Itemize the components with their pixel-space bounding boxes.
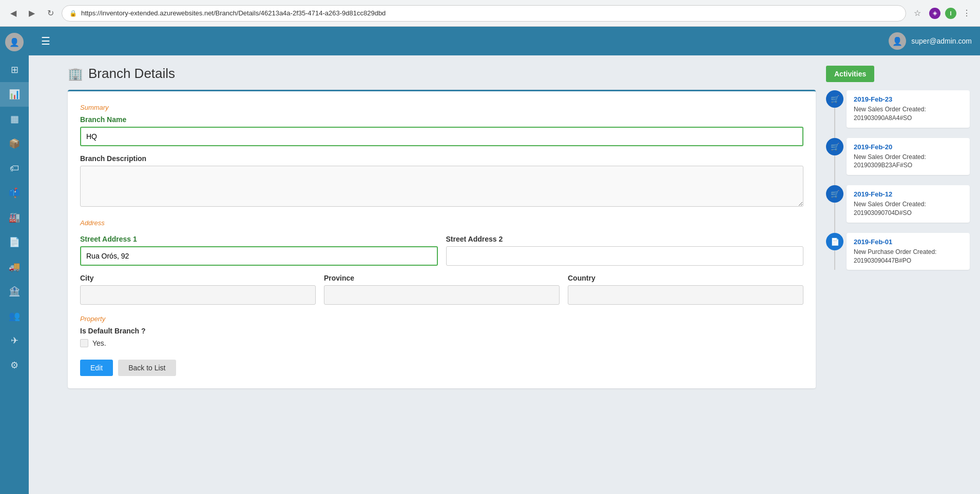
sidebar-item-building[interactable]: 🏭 bbox=[0, 205, 29, 230]
province-input[interactable] bbox=[324, 285, 560, 305]
bank-icon: 🏦 bbox=[9, 286, 20, 297]
cube-icon: ⊞ bbox=[11, 64, 18, 75]
activities-panel: Activities 🛒 2019-Feb-23 New Sales Order… bbox=[826, 66, 970, 484]
building-icon: 🏭 bbox=[9, 212, 20, 223]
activity-card-2: 2019-Feb-20 New Sales Order Created: 201… bbox=[847, 138, 970, 175]
sidebar-item-people[interactable]: 👥 bbox=[0, 304, 29, 328]
branch-name-input[interactable] bbox=[80, 127, 803, 146]
back-button[interactable]: ◀ bbox=[6, 6, 21, 21]
activity-desc-4: New Purchase Order Created: 201903090447… bbox=[854, 248, 963, 265]
page-title-icon: 🏢 bbox=[68, 67, 83, 81]
sidebar-item-bank[interactable]: 🏦 bbox=[0, 279, 29, 304]
timeline: 🛒 2019-Feb-23 New Sales Order Created: 2… bbox=[826, 90, 970, 270]
sidebar-item-tag[interactable]: 🏷 bbox=[0, 156, 29, 181]
city-input[interactable] bbox=[80, 285, 316, 305]
page-title: Branch Details bbox=[88, 66, 175, 82]
truck-icon: 🚚 bbox=[9, 261, 20, 272]
street1-label: Street Address 1 bbox=[80, 235, 438, 243]
branch-name-label: Branch Name bbox=[80, 115, 803, 124]
activity-card-3: 2019-Feb-12 New Sales Order Created: 201… bbox=[847, 185, 970, 223]
activity-desc-1: New Sales Order Created: 201903090A8A4#S… bbox=[854, 105, 963, 123]
sidebar-item-cube[interactable]: ⊞ bbox=[0, 57, 29, 82]
branch-desc-textarea[interactable] bbox=[80, 166, 803, 207]
street2-label: Street Address 2 bbox=[446, 235, 804, 243]
timeline-icon-3: 🛒 bbox=[826, 185, 843, 203]
province-col: Province bbox=[324, 274, 560, 305]
activity-date-4: 2019-Feb-01 bbox=[854, 238, 963, 246]
yes-label: Yes. bbox=[92, 339, 106, 347]
country-col: Country bbox=[568, 274, 803, 305]
city-province-country-row: City Province Country bbox=[80, 274, 803, 305]
avatar-icon: 👤 bbox=[9, 37, 20, 47]
timeline-item-4: 📄 2019-Feb-01 New Purchase Order Created… bbox=[847, 233, 970, 270]
address-section-divider: Address bbox=[80, 219, 803, 227]
cart-icon-3: 🛒 bbox=[831, 190, 839, 198]
timeline-item-1: 🛒 2019-Feb-23 New Sales Order Created: 2… bbox=[847, 90, 970, 128]
cart-icon-1: 🛒 bbox=[831, 95, 839, 103]
form-actions: Edit Back to List bbox=[80, 360, 803, 376]
timeline-icon-2: 🛒 bbox=[826, 138, 843, 155]
app-layout: 👤 ⊞ 📊 ▦ 📦 🏷 📫 🏭 📄 🚚 🏦 👥 ✈ ⚙ ☰ 👤 super@ad… bbox=[0, 27, 980, 494]
activity-date-2: 2019-Feb-20 bbox=[854, 143, 963, 151]
extension-icon-purple: ◈ bbox=[929, 8, 940, 19]
sidebar-avatar[interactable]: 👤 bbox=[5, 33, 24, 51]
chart-icon: 📊 bbox=[9, 89, 20, 100]
back-to-list-button[interactable]: Back to List bbox=[118, 360, 176, 376]
plane-icon: ✈ bbox=[11, 335, 18, 346]
country-label: Country bbox=[568, 274, 803, 282]
browser-actions: ☆ ◈ I ⋮ bbox=[910, 6, 974, 21]
sidebar-item-box[interactable]: 📦 bbox=[0, 131, 29, 156]
street2-col: Street Address 2 bbox=[446, 235, 804, 266]
city-col: City bbox=[80, 274, 316, 305]
summary-section-label: Summary bbox=[80, 104, 803, 111]
bookmark-button[interactable]: ☆ bbox=[910, 6, 925, 21]
cart-icon-2: 🛒 bbox=[831, 143, 839, 151]
city-label: City bbox=[80, 274, 316, 282]
browser-menu-button[interactable]: ⋮ bbox=[959, 6, 974, 21]
refresh-button[interactable]: ↻ bbox=[43, 6, 57, 21]
branch-desc-label: Branch Description bbox=[80, 154, 803, 163]
country-input[interactable] bbox=[568, 285, 803, 305]
street1-col: Street Address 1 bbox=[80, 235, 438, 266]
activity-date-3: 2019-Feb-12 bbox=[854, 190, 963, 198]
property-section-label: Property bbox=[80, 315, 803, 323]
activity-date-1: 2019-Feb-23 bbox=[854, 95, 963, 103]
sidebar-item-truck[interactable]: 🚚 bbox=[0, 254, 29, 279]
page-title-area: 🏢 Branch Details bbox=[68, 66, 816, 82]
user-avatar[interactable]: 👤 bbox=[889, 32, 906, 50]
activities-header: Activities bbox=[826, 66, 874, 82]
activity-desc-3: New Sales Order Created: 201903090704D#S… bbox=[854, 200, 963, 218]
user-account-icon[interactable]: I bbox=[945, 8, 956, 19]
sidebar: 👤 ⊞ 📊 ▦ 📦 🏷 📫 🏭 📄 🚚 🏦 👥 ✈ ⚙ bbox=[0, 27, 29, 494]
user-area: 👤 super@admin.com bbox=[889, 32, 972, 50]
forward-button[interactable]: ▶ bbox=[25, 6, 39, 21]
address-bar[interactable]: 🔒 https://inventory-extended.azurewebsit… bbox=[62, 5, 906, 22]
doc-icon-1: 📄 bbox=[831, 238, 839, 246]
default-branch-label: Is Default Branch ? bbox=[80, 327, 803, 335]
form-card: Summary Branch Name Branch Description A… bbox=[68, 90, 816, 388]
edit-button[interactable]: Edit bbox=[80, 360, 113, 376]
sidebar-item-plane[interactable]: ✈ bbox=[0, 328, 29, 353]
default-branch-checkbox[interactable] bbox=[80, 339, 88, 347]
street1-input[interactable] bbox=[80, 246, 438, 266]
timeline-icon-1: 🛒 bbox=[826, 90, 843, 108]
tag-icon: 🏷 bbox=[10, 163, 19, 174]
sidebar-item-chart[interactable]: 📊 bbox=[0, 82, 29, 107]
activity-card-1: 2019-Feb-23 New Sales Order Created: 201… bbox=[847, 90, 970, 128]
address-section-label: Address bbox=[80, 219, 803, 227]
package-icon: 📫 bbox=[9, 187, 20, 199]
extension-button[interactable]: ◈ bbox=[928, 6, 942, 21]
hamburger-button[interactable]: ☰ bbox=[37, 31, 54, 51]
address-row: Street Address 1 Street Address 2 bbox=[80, 235, 803, 266]
sidebar-item-document[interactable]: 📄 bbox=[0, 230, 29, 254]
people-icon: 👥 bbox=[9, 310, 20, 322]
sidebar-item-grid[interactable]: ▦ bbox=[0, 107, 29, 131]
timeline-item-2: 🛒 2019-Feb-20 New Sales Order Created: 2… bbox=[847, 138, 970, 175]
sidebar-item-settings[interactable]: ⚙ bbox=[0, 353, 29, 378]
grid-icon: ▦ bbox=[10, 113, 19, 125]
street2-input[interactable] bbox=[446, 246, 804, 266]
property-section: Property Is Default Branch ? Yes. bbox=[80, 315, 803, 347]
content-left: 🏢 Branch Details Summary Branch Name Bra… bbox=[68, 66, 816, 484]
user-email: super@admin.com bbox=[911, 37, 972, 45]
sidebar-item-package[interactable]: 📫 bbox=[0, 181, 29, 205]
